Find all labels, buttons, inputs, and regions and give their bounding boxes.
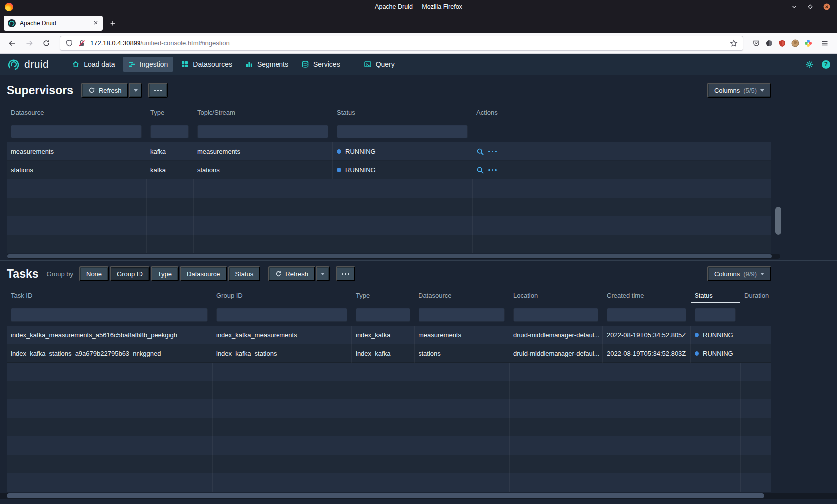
menu-icon[interactable] [817,36,832,51]
refresh-label: Refresh [285,270,308,278]
supervisors-more-button[interactable] [148,83,168,98]
row-more-icon[interactable] [488,151,497,153]
nav-item-ingestion[interactable]: Ingestion [123,57,174,72]
column-header-topic-stream[interactable]: Topic/Stream [193,104,333,121]
refresh-icon [88,87,95,94]
pocket-icon[interactable] [752,39,760,47]
filter-task-id-input[interactable] [11,308,208,322]
chevron-down-icon [760,89,764,92]
gear-icon[interactable] [805,60,814,69]
group-by-type-button[interactable]: Type [151,266,179,281]
supervisor-row[interactable]: measurements kafka measurements RUNNING [7,142,771,161]
column-header-group-id[interactable]: Group ID [212,287,352,304]
group-by-datasource-button[interactable]: Datasource [180,266,227,281]
column-header-location[interactable]: Location [509,287,603,304]
filter-type-input[interactable] [356,308,410,322]
tasks-more-button[interactable] [336,266,355,281]
insecure-lock-icon[interactable] [78,39,86,47]
status-dot [695,351,699,356]
column-header-type[interactable]: Type [352,287,415,304]
column-header-actions[interactable]: Actions [472,104,771,121]
tasks-refresh-interval-button[interactable] [316,266,330,281]
cell-task-id: index_kafka_stations_a9a679b22795b63_nnk… [7,344,212,363]
column-header-type[interactable]: Type [146,104,193,121]
cell-datasource: stations [7,161,146,179]
new-tab-button[interactable] [106,16,120,30]
supervisors-refresh-interval-button[interactable] [129,83,142,98]
row-more-icon[interactable] [488,169,497,171]
tasks-refresh-button[interactable]: Refresh [268,266,315,281]
column-header-status-sorted[interactable]: Status [691,290,740,303]
task-row[interactable]: index_kafka_stations_a9a679b22795b63_nnk… [7,344,771,363]
filter-type-input[interactable] [150,125,189,138]
extension-avatar-icon[interactable] [791,39,799,47]
url-text: 172.18.0.4:30899/unified-console.html#in… [90,39,725,47]
close-icon[interactable] [823,3,830,10]
shield-icon[interactable] [65,39,73,47]
scrollbar-thumb[interactable] [7,254,772,258]
url-bar[interactable]: 172.18.0.4:30899/unified-console.html#in… [60,36,743,51]
filter-status-input[interactable] [695,308,736,322]
column-header-datasource[interactable]: Datasource [415,287,509,304]
column-header-task-id[interactable]: Task ID [7,287,212,304]
column-header-created-time[interactable]: Created time [603,287,691,304]
reload-button[interactable] [39,36,54,51]
filter-location-input[interactable] [513,308,598,322]
tasks-title: Tasks [7,267,39,281]
filter-datasource-input[interactable] [11,125,142,138]
more-icon [154,90,162,91]
supervisors-refresh-button[interactable]: Refresh [81,83,129,98]
filter-created-time-input[interactable] [607,308,686,322]
back-button[interactable] [5,36,20,51]
supervisor-row[interactable]: stations kafka stations RUNNING [7,161,771,179]
group-by-none-button[interactable]: None [79,266,109,281]
maximize-icon[interactable] [807,4,813,10]
column-header-duration[interactable]: Duration [740,287,771,304]
filter-status-input[interactable] [337,125,468,138]
extension-pinwheel-icon[interactable] [804,39,812,47]
nav-label: Query [376,60,395,68]
supervisors-columns-button[interactable]: Columns (5/5) [707,83,771,98]
more-icon [342,273,349,275]
ublock-icon[interactable] [778,39,786,47]
scrollbar-thumb[interactable] [7,493,764,498]
tab-close-icon[interactable] [93,19,99,28]
status-dot [695,333,699,337]
extension-mask-icon[interactable] [765,39,773,47]
help-icon[interactable]: ? [822,60,830,69]
druid-brand[interactable]: druid [7,58,49,71]
tab-bar: Apache Druid [0,14,837,33]
supervisors-horizontal-scrollbar[interactable] [7,254,780,259]
magnifier-icon[interactable] [476,166,484,174]
column-header-status[interactable]: Status [333,104,472,121]
tasks-columns-button[interactable]: Columns (9/9) [707,266,771,281]
filter-group-id-input[interactable] [216,308,347,322]
browser-tab[interactable]: Apache Druid [4,16,103,31]
minimize-icon[interactable] [791,4,797,10]
tasks-horizontal-scrollbar[interactable] [0,493,837,499]
nav-item-query[interactable]: Query [358,57,400,72]
nav-item-datasources[interactable]: Datasources [175,57,238,72]
druid-logo-icon [7,58,20,71]
columns-label: Columns [714,270,740,278]
nav-item-load-data[interactable]: Load data [66,57,120,72]
supervisors-toolbar: Supervisors Refresh Columns (5/5) [7,75,771,104]
nav-item-services[interactable]: Services [296,57,346,72]
cell-status: RUNNING [333,142,472,161]
magnifier-icon[interactable] [476,148,484,156]
filter-datasource-input[interactable] [418,308,505,322]
group-by-group-id-button[interactable]: Group ID [110,266,150,281]
forward-button[interactable] [22,36,37,51]
supervisors-vertical-scrollbar-thumb[interactable] [775,207,781,235]
column-header-datasource[interactable]: Datasource [7,104,146,121]
filter-topic-input[interactable] [197,125,328,138]
divider [352,59,352,69]
refresh-icon [275,270,282,277]
nav-item-segments[interactable]: Segments [240,57,294,72]
nav-label: Services [313,60,340,68]
bookmark-star-icon[interactable] [730,39,738,47]
task-row[interactable]: index_kafka_measurements_a5616c5ba8afb8b… [7,326,771,344]
load-data-icon [72,60,80,68]
status-text: RUNNING [345,148,376,155]
group-by-status-button[interactable]: Status [228,266,261,281]
